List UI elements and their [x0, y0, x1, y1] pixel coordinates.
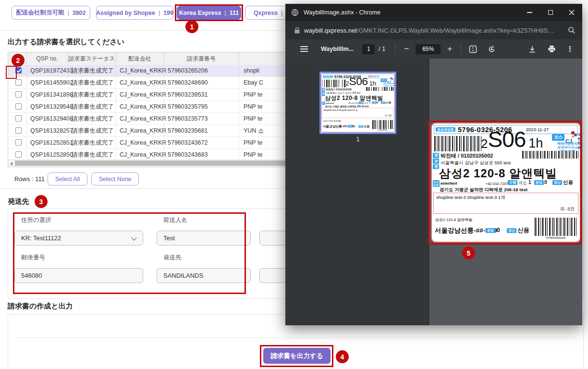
tab-label: Assigned by Shopee	[96, 10, 155, 16]
export-invoice-button[interactable]: 請求書を出力する	[263, 348, 331, 364]
pdf-toolbar: WaybillIm... 1 / 1 − 65% +	[285, 39, 582, 59]
waybill-number-label: 운송장번호	[436, 127, 455, 132]
table-cell: 請求書生成完了	[72, 113, 114, 124]
menu-icon[interactable]	[300, 46, 308, 52]
barcode-bottom	[372, 120, 393, 129]
row-checkbox[interactable]	[15, 79, 22, 86]
close-button[interactable]	[561, 4, 582, 21]
divider	[239, 52, 239, 65]
column-header-carrier[interactable]: 配送会社	[116, 52, 164, 65]
table-cell: CJ_Korea_KRKR	[120, 101, 166, 112]
parcel-size: 극소	[364, 101, 368, 104]
table-cell: 579603235773	[168, 113, 208, 124]
tab-separator: |	[67, 10, 69, 16]
tab-count: 111	[230, 10, 239, 16]
cj-dot-blue	[392, 78, 393, 80]
row-checkbox[interactable]	[15, 139, 22, 146]
table-cell: CJ_Korea_KRKR	[120, 125, 166, 136]
row-checkbox[interactable]	[15, 103, 22, 110]
table-cell: CJ_Korea_KRKR	[120, 113, 166, 124]
sender-code: astastasd	[441, 181, 457, 185]
tab-carrier-assignable[interactable]: 配送会社割当可能|3802	[12, 6, 90, 20]
url-bar[interactable]: waybill.qxpress.net/GMKT.INC.GLPS.Waybil…	[285, 21, 582, 39]
settle-value-bottom: 신용	[517, 226, 529, 234]
fit-page-icon[interactable]	[469, 45, 477, 53]
zoom-level-input[interactable]: 65%	[416, 44, 441, 54]
row-checkbox[interactable]	[15, 151, 22, 158]
rotate-icon[interactable]	[488, 45, 496, 53]
row-checkbox[interactable]	[15, 115, 22, 122]
fare-value-bottom: 0	[354, 124, 355, 128]
tab-label: 配送会社割当可能	[16, 9, 64, 17]
settle-badge-bottom: 정산	[358, 125, 363, 128]
window-titlebar[interactable]: WaybillImage.ashx - Chrome	[285, 4, 582, 21]
table-cell: CJ_Korea_KRKR	[120, 65, 166, 76]
table-cell: QSP161329548	[30, 101, 73, 112]
table-cell: 579603239531	[168, 89, 208, 100]
annotation-circle-4: 4	[336, 350, 349, 363]
tab-separator: |	[224, 10, 226, 16]
sort-code: 2S061h	[345, 77, 376, 86]
column-header-qsp[interactable]: QSP no.	[26, 52, 68, 65]
sender-label: 보내는분	[433, 180, 440, 187]
table-cell: 請求書生成完了	[72, 101, 114, 112]
select-all-button[interactable]: Select All	[48, 172, 87, 185]
postal-code-input[interactable]: 546080	[14, 268, 143, 283]
parcel-size: 극소	[518, 180, 527, 186]
bottom-building: 삼성2 120-8 알앤텍빌	[435, 217, 472, 222]
fare-badge-bottom: 운임	[348, 125, 353, 128]
select-none-button[interactable]: Select None	[91, 172, 139, 185]
zoom-in-button[interactable]: +	[447, 44, 452, 54]
receiver-building: 삼성2 120-8 알앤텍빌	[439, 166, 557, 181]
url-text: waybill.qxpress.net/GMKT.INC.GLPS.Waybil…	[304, 27, 554, 34]
address-select[interactable]: KR: Test11122	[14, 231, 143, 246]
destination-label: 発送先	[163, 254, 182, 262]
chrome-window: WaybillImage.ashx - Chrome waybill.qxpre…	[285, 4, 582, 325]
table-cell: YUN 소	[244, 125, 264, 136]
zoom-out-button[interactable]: −	[404, 44, 409, 54]
fare-badge: 운임	[372, 101, 377, 104]
download-icon[interactable]	[528, 45, 536, 53]
row-checkbox[interactable]	[15, 91, 22, 98]
output-heading: 請求書の作成と出力	[8, 302, 73, 311]
tab-korea-express[interactable]: Korea Express|111	[177, 6, 241, 20]
destination-input[interactable]: SANDILANDS	[157, 268, 251, 283]
cj-info-line: 전국어디서나	[557, 146, 577, 149]
lock-icon	[294, 27, 300, 34]
waybill-label: 운송장번호 5796-0326-5206 2023-11-27 2S061h 코…	[321, 73, 395, 133]
table-cell: 請求書生成完了	[72, 137, 114, 148]
tab-assigned-by-shopee[interactable]: Assigned by Shopee|199	[96, 6, 173, 20]
sender-name-input[interactable]: Test	[157, 231, 251, 246]
page-number-input[interactable]: 1	[362, 44, 375, 54]
receiver-building: 삼성2 120-8 알앤텍빌	[325, 94, 383, 102]
thumbnail-pane: 운송장번호 5796-0326-5206 2023-11-27 2S061h 코…	[285, 59, 429, 325]
tab-label: Korea Express	[179, 10, 221, 16]
waybill-label: 운송장번호 5796-0326-5206 2023-11-27 2S061h 코…	[431, 123, 581, 243]
table-cell: PNP te	[244, 137, 262, 148]
tab-count: 3802	[73, 10, 86, 16]
extra-count: 외 -3건	[560, 206, 575, 212]
more-options-icon[interactable]: ⋮	[566, 45, 574, 53]
fare-badge-bottom: 운임	[486, 228, 495, 233]
kos-badge: 코스	[380, 79, 387, 82]
pdf-doc-title: WaybillIm...	[321, 46, 354, 52]
items-box: shopline test-3 shopline test-3 1개 외 -3건	[322, 108, 393, 118]
shipping-heading: 発送先	[8, 197, 29, 206]
destination-value: SANDILANDS	[163, 272, 203, 279]
scroll-left-arrow-icon[interactable]	[10, 162, 12, 166]
table-cell: QSP161252850	[30, 149, 73, 160]
parcel-size-value: 1	[528, 180, 531, 185]
maximize-button[interactable]	[540, 4, 561, 21]
print-icon[interactable]	[548, 45, 556, 53]
zoom-search-icon[interactable]	[568, 26, 576, 34]
column-header-invoice[interactable]: 請求書番号	[164, 52, 239, 65]
page-thumbnail[interactable]: 운송장번호 5796-0326-5206 2023-11-27 2S061h 코…	[321, 73, 395, 133]
row-checkbox[interactable]	[15, 127, 22, 134]
row-checkbox[interactable]	[15, 67, 22, 74]
receiver-name: 박진태 / 01020105002	[326, 88, 352, 91]
minimize-button[interactable]	[519, 4, 540, 21]
column-header-status[interactable]: 請求書ステータス	[68, 52, 116, 65]
table-cell: PNP te	[244, 113, 262, 124]
table-cell: QSP161455902	[30, 77, 73, 88]
table-cell: QSP161252851	[30, 137, 73, 148]
